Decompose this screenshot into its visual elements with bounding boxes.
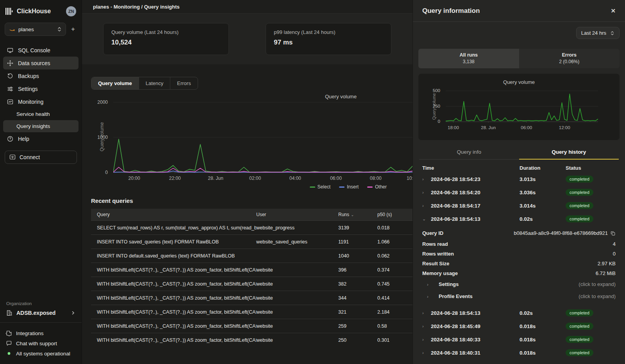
time-range-select[interactable]: Last 24 hrs xyxy=(576,27,620,39)
table-row[interactable]: WITH bitShiftLeft(CAST(?..), _CAST(?..))… xyxy=(91,333,412,347)
run-time: 2024-06-28 18:54:20 xyxy=(431,190,520,195)
segment-all-runs[interactable]: All runs 3,138 xyxy=(418,49,519,68)
sql-console-icon xyxy=(7,47,13,53)
cell-runs: 1191 xyxy=(338,239,377,245)
chevron-right-icon[interactable]: › xyxy=(422,311,431,315)
query-id-value: b0845aa9-a8c9-49f0-8f68-e678669bd921 xyxy=(514,230,608,236)
table-row[interactable]: INSERT INTO saved_queries (text) FORMAT … xyxy=(91,234,412,249)
sidebar-item-help[interactable]: Help xyxy=(3,132,79,145)
add-service-button[interactable]: + xyxy=(68,25,78,33)
history-row[interactable]: › 2024-06-28 18:45:49 0.018s completed xyxy=(413,320,625,333)
tab-query-volume[interactable]: Query volume xyxy=(91,77,139,89)
updown-chevrons-icon xyxy=(57,27,62,32)
monitoring-icon xyxy=(7,99,13,105)
legend-swatch xyxy=(367,186,373,188)
detail-value: 0 xyxy=(613,251,616,257)
connect-icon xyxy=(9,154,16,160)
footer-item-label: Integrations xyxy=(16,330,44,336)
workspace-selector[interactable]: planes xyxy=(5,23,66,36)
sidebar-item-integrations[interactable]: Integrations xyxy=(0,328,82,338)
cell-p50: 0.301 xyxy=(377,337,412,343)
x-tick-label: 22:00 xyxy=(169,176,181,181)
status-badge: completed xyxy=(566,309,593,316)
chevron-right-icon[interactable]: › xyxy=(422,203,431,208)
tab-query-info[interactable]: Query info xyxy=(419,146,519,159)
detail-label: Query ID xyxy=(422,230,443,236)
avatar[interactable]: ZN xyxy=(66,6,76,16)
segment-errors[interactable]: Errors 2 (0.06%) xyxy=(519,49,620,68)
x-tick-label: 28. Jun xyxy=(208,176,223,181)
chevron-right-icon: › xyxy=(427,282,436,287)
breadcrumb-bar: planes - Monitoring / Query insights xyxy=(82,0,412,14)
table-row[interactable]: INSERT INTO default.saved_queries (text)… xyxy=(91,249,412,263)
tab-query-history[interactable]: Query history xyxy=(519,146,619,160)
table-row[interactable]: WITH bitShiftLeft(CAST(?..), _CAST(?..))… xyxy=(91,319,412,333)
chevron-down-icon[interactable]: ⌄ xyxy=(422,217,431,222)
sidebar-item-backups[interactable]: Backups xyxy=(3,69,79,82)
cell-runs: 396 xyxy=(338,267,377,273)
status-badge: completed xyxy=(566,349,593,356)
run-time: 2024-06-28 18:54:13 xyxy=(431,216,520,222)
column-p50: p50 (s) xyxy=(377,212,412,217)
connect-button[interactable]: Connect xyxy=(5,151,77,164)
sidebar-item-settings[interactable]: Settings xyxy=(3,82,79,95)
table-row[interactable]: SELECT sum(read_rows) AS r, sum(total_ro… xyxy=(91,220,412,234)
chevron-right-icon[interactable]: › xyxy=(422,190,431,195)
column-query: Query xyxy=(91,212,256,217)
legend-item-other[interactable]: Other xyxy=(367,184,387,190)
system-status-row[interactable]: All systems operational xyxy=(0,348,82,359)
chevron-right-icon[interactable]: › xyxy=(422,337,431,342)
chevron-right-icon[interactable]: › xyxy=(422,177,431,181)
sidebar-item-data-sources[interactable]: Data sources xyxy=(3,57,79,69)
close-icon[interactable]: ✕ xyxy=(611,7,616,14)
organization-name: ADSB.exposed xyxy=(16,310,55,316)
tab-latency[interactable]: Latency xyxy=(139,77,170,89)
cell-query: WITH bitShiftLeft(CAST(?..), _CAST(?..))… xyxy=(91,281,256,287)
history-row[interactable]: › 2024-06-28 18:40:33 0.018s completed xyxy=(413,333,625,346)
sidebar-item-label: Monitoring xyxy=(18,99,43,105)
panel-title: Query information xyxy=(422,7,480,15)
history-row[interactable]: › 2024-06-28 18:54:23 3.013s completed xyxy=(413,172,625,186)
legend-item-insert[interactable]: Insert xyxy=(339,184,359,190)
sidebar-item-query-insights[interactable]: Query insights xyxy=(3,120,79,132)
legend-item-select[interactable]: Select xyxy=(310,184,330,190)
cell-query: SELECT sum(read_rows) AS r, sum(total_ro… xyxy=(91,225,256,231)
sidebar-item-sql-console[interactable]: SQL Console xyxy=(3,44,79,57)
legend-label: Other xyxy=(375,184,387,190)
aws-icon xyxy=(9,27,15,32)
organization-row[interactable]: ADSB.exposed xyxy=(0,310,82,322)
sidebar-item-service-health[interactable]: Service health xyxy=(3,108,79,120)
table-row[interactable]: WITH bitShiftLeft(CAST(?..), _CAST(?..))… xyxy=(91,277,412,291)
detail-label: Result Size xyxy=(422,261,449,266)
y-tick-label: 0 xyxy=(438,119,440,124)
expand-hint: (click to expand) xyxy=(579,293,616,299)
integrations-icon xyxy=(6,330,12,336)
y-tick-label: 250 xyxy=(433,104,440,108)
tab-errors[interactable]: Errors xyxy=(170,77,197,89)
stat-label: Query volume (Last 24 hours) xyxy=(111,29,221,35)
history-row[interactable]: › 2024-06-28 18:54:20 3.036s completed xyxy=(413,186,625,199)
chevron-right-icon[interactable]: › xyxy=(422,324,431,328)
status-dot-icon xyxy=(6,350,12,357)
table-row[interactable]: WITH bitShiftLeft(CAST(?..), _CAST(?..))… xyxy=(91,263,412,277)
settings-expandable[interactable]: › Settings (click to expand) xyxy=(413,278,625,290)
sidebar-item-chat-support[interactable]: Chat with support xyxy=(0,338,82,348)
column-runs[interactable]: Runs⌄ xyxy=(338,212,377,217)
history-row[interactable]: › 2024-06-28 18:40:31 0.018s completed xyxy=(413,346,625,359)
copy-icon[interactable] xyxy=(610,231,616,236)
chevron-right-icon[interactable]: › xyxy=(422,350,431,355)
history-row-expanded[interactable]: ⌄ 2024-06-28 18:54:13 0.02s completed xyxy=(413,212,625,226)
cell-runs: 259 xyxy=(338,323,377,329)
status-label: All systems operational xyxy=(16,351,70,357)
history-row[interactable]: › 2024-06-28 18:54:13 0.02s completed xyxy=(413,306,625,320)
profile-events-expandable[interactable]: › Profile Events (click to expand) xyxy=(413,290,625,302)
history-row[interactable]: › 2024-06-28 18:54:17 3.014s completed xyxy=(413,199,625,212)
main-chart: Query volume Query volume 200010000 20:0… xyxy=(82,94,412,182)
mini-query-volume-chart: Query volume Query volume 5002500 18:002… xyxy=(418,74,620,140)
expandable-label: Settings xyxy=(439,281,459,287)
table-row[interactable]: WITH bitShiftLeft(CAST(?..), _CAST(?..))… xyxy=(91,305,412,319)
x-tick-label: 20:00 xyxy=(129,176,140,181)
table-row[interactable]: WITH bitShiftLeft(CAST(?..), _CAST(?..))… xyxy=(91,291,412,305)
column-status: Status xyxy=(566,165,616,171)
sidebar-item-monitoring[interactable]: Monitoring xyxy=(3,95,79,108)
